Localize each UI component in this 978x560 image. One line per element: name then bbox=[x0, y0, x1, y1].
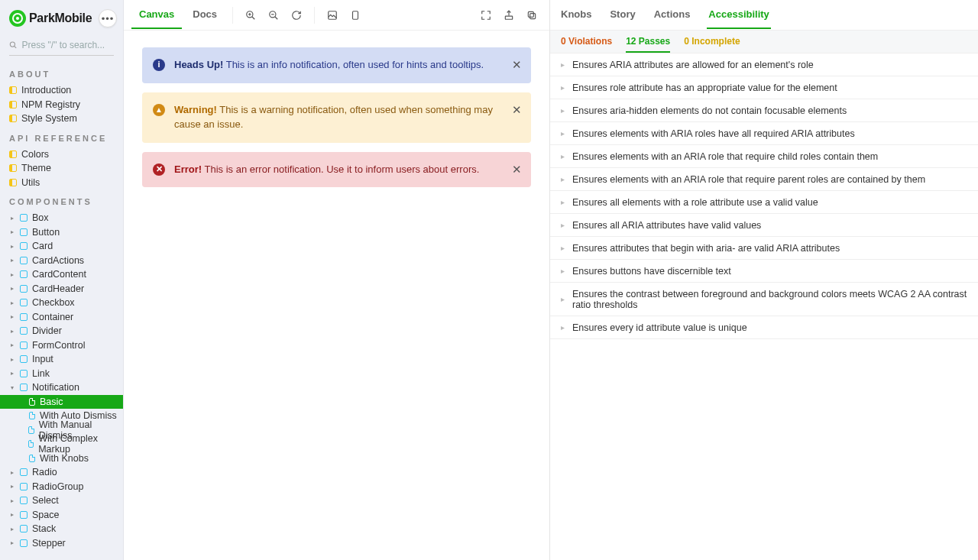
copy-icon bbox=[526, 10, 537, 21]
search-input[interactable] bbox=[22, 40, 114, 50]
chevron-right-icon: ▸ bbox=[561, 152, 565, 160]
sidebar-item-card[interactable]: ▸Card bbox=[0, 239, 123, 254]
section-title: API REFERENCE bbox=[0, 126, 123, 147]
a11y-rule[interactable]: ▸Ensures role attribute has an appropria… bbox=[550, 76, 978, 99]
main-area: Canvas Docs i Heads Up! This is an info … bbox=[124, 0, 550, 560]
fullscreen-button[interactable] bbox=[476, 5, 496, 25]
sidebar-item-label: With Complex Markup bbox=[38, 433, 120, 455]
a11y-rule[interactable]: ▸Ensures all elements with a role attrib… bbox=[550, 191, 978, 214]
sidebar-item-space[interactable]: ▸Space bbox=[0, 508, 123, 523]
svg-rect-13 bbox=[528, 11, 533, 17]
subtab-incomplete[interactable]: 0 Incomplete bbox=[684, 31, 740, 53]
a11y-rule[interactable]: ▸Ensures all ARIA attributes have valid … bbox=[550, 214, 978, 237]
sidebar-item-label: Notification bbox=[32, 382, 79, 393]
close-icon[interactable]: ✕ bbox=[512, 102, 522, 118]
subtab-violations[interactable]: 0 Violations bbox=[561, 31, 612, 53]
subtab-passes[interactable]: 12 Passes bbox=[626, 31, 670, 53]
a11y-rule[interactable]: ▸Ensures attributes that begin with aria… bbox=[550, 237, 978, 260]
svg-rect-10 bbox=[353, 11, 358, 19]
sidebar-item-radio[interactable]: ▸Radio bbox=[0, 465, 123, 480]
document-icon bbox=[9, 115, 17, 122]
sidebar-story[interactable]: Basic bbox=[0, 395, 123, 409]
svg-rect-11 bbox=[505, 16, 512, 19]
tab-knobs[interactable]: Knobs bbox=[559, 1, 593, 29]
sidebar-item[interactable]: Style System bbox=[0, 112, 123, 126]
sidebar-item-input[interactable]: ▸Input bbox=[0, 352, 123, 367]
sidebar-item[interactable]: Colors bbox=[0, 147, 123, 162]
component-icon bbox=[20, 285, 28, 293]
sidebar-item-select[interactable]: ▸Select bbox=[0, 494, 123, 508]
sidebar-item[interactable]: NPM Registry bbox=[0, 98, 123, 112]
chevron-right-icon: ▸ bbox=[9, 469, 15, 476]
sidebar-item-formcontrol[interactable]: ▸FormControl bbox=[0, 338, 123, 353]
tab-story[interactable]: Story bbox=[608, 1, 636, 29]
sidebar-item-notification[interactable]: ▾Notification bbox=[0, 380, 123, 395]
zoom-in-button[interactable] bbox=[241, 5, 261, 25]
copy-link-button[interactable] bbox=[522, 5, 542, 25]
info-banner: i Heads Up! This is an info notification… bbox=[142, 47, 531, 83]
chevron-right-icon: ▸ bbox=[9, 313, 15, 320]
background-button[interactable] bbox=[322, 5, 342, 25]
chevron-right-icon: ▸ bbox=[9, 285, 15, 292]
sidebar-item-radiogroup[interactable]: ▸RadioGroup bbox=[0, 480, 123, 494]
chevron-right-icon: ▸ bbox=[561, 175, 565, 183]
a11y-rule[interactable]: ▸Ensures elements with an ARIA role that… bbox=[550, 168, 978, 191]
sidebar-item-link[interactable]: ▸Link bbox=[0, 367, 123, 381]
component-icon bbox=[20, 370, 28, 377]
open-new-button[interactable] bbox=[499, 5, 519, 25]
sidebar-item[interactable]: Introduction bbox=[0, 83, 123, 98]
document-icon bbox=[9, 179, 17, 186]
sidebar-item-label: Box bbox=[32, 212, 49, 223]
logo[interactable]: ParkMobile bbox=[9, 10, 99, 27]
more-button[interactable]: ••• bbox=[99, 9, 117, 28]
sidebar-item-box[interactable]: ▸Box bbox=[0, 211, 123, 225]
sidebar-item-label: NPM Registry bbox=[21, 99, 80, 110]
sidebar-item-label: FormControl bbox=[32, 340, 85, 351]
sidebar-item-stepper[interactable]: ▸Stepper bbox=[0, 536, 123, 551]
sidebar-item[interactable]: Theme bbox=[0, 161, 123, 176]
a11y-rule[interactable]: ▸Ensures elements with ARIA roles have a… bbox=[550, 122, 978, 145]
error-banner: ✕ Error! This is an error notification. … bbox=[142, 152, 531, 188]
chevron-right-icon: ▸ bbox=[9, 215, 15, 222]
sidebar-item-cardheader[interactable]: ▸CardHeader bbox=[0, 282, 123, 296]
search-input-wrap[interactable] bbox=[9, 37, 114, 56]
sidebar-item-label: Theme bbox=[21, 163, 51, 173]
sidebar-item-container[interactable]: ▸Container bbox=[0, 310, 123, 325]
a11y-rule[interactable]: ▸Ensures every id attribute value is uni… bbox=[550, 316, 978, 339]
sidebar-item-button[interactable]: ▸Button bbox=[0, 225, 123, 240]
a11y-rule[interactable]: ▸Ensures ARIA attributes are allowed for… bbox=[550, 53, 978, 76]
chevron-right-icon: ▸ bbox=[561, 83, 565, 92]
sidebar-item-cardactions[interactable]: ▸CardActions bbox=[0, 254, 123, 268]
sidebar-item-label: Stack bbox=[32, 523, 56, 534]
a11y-rule[interactable]: ▸Ensures the contrast between foreground… bbox=[550, 283, 978, 316]
story-icon bbox=[29, 455, 35, 462]
tab-accessibility[interactable]: Accessibility bbox=[707, 1, 771, 29]
a11y-rule[interactable]: ▸Ensures elements with an ARIA role that… bbox=[550, 145, 978, 168]
sidebar-item[interactable]: Utils bbox=[0, 176, 123, 190]
zoom-out-button[interactable] bbox=[264, 5, 283, 25]
sidebar-item-divider[interactable]: ▸Divider bbox=[0, 324, 123, 338]
search-icon bbox=[9, 40, 18, 50]
close-icon[interactable]: ✕ bbox=[512, 161, 522, 178]
viewport-button[interactable] bbox=[345, 5, 365, 25]
tab-actions[interactable]: Actions bbox=[653, 1, 692, 29]
document-icon bbox=[9, 86, 17, 94]
sidebar-nav[interactable]: ABOUTIntroductionNPM RegistryStyle Syste… bbox=[0, 62, 123, 560]
tab-docs[interactable]: Docs bbox=[185, 1, 225, 29]
zoom-reset-button[interactable] bbox=[287, 5, 306, 25]
chevron-right-icon: ▸ bbox=[561, 323, 565, 332]
sidebar-item-checkbox[interactable]: ▸Checkbox bbox=[0, 296, 123, 310]
rule-text: Ensures role attribute has an appropriat… bbox=[572, 83, 837, 93]
close-icon[interactable]: ✕ bbox=[512, 57, 522, 73]
sidebar-item-label: With Knobs bbox=[40, 453, 89, 464]
sidebar-item-label: Utils bbox=[21, 177, 40, 188]
a11y-rule[interactable]: ▸Ensures aria-hidden elements do not con… bbox=[550, 99, 978, 122]
sidebar-story[interactable]: With Complex Markup bbox=[0, 437, 123, 452]
tab-canvas[interactable]: Canvas bbox=[131, 1, 182, 29]
chevron-right-icon: ▸ bbox=[9, 243, 15, 250]
a11y-rule[interactable]: ▸Ensures buttons have discernible text bbox=[550, 260, 978, 283]
sidebar-item-cardcontent[interactable]: ▸CardContent bbox=[0, 267, 123, 282]
chevron-right-icon: ▸ bbox=[9, 342, 15, 348]
sidebar-item-stack[interactable]: ▸Stack bbox=[0, 522, 123, 536]
a11y-rules-list[interactable]: ▸Ensures ARIA attributes are allowed for… bbox=[550, 53, 978, 560]
